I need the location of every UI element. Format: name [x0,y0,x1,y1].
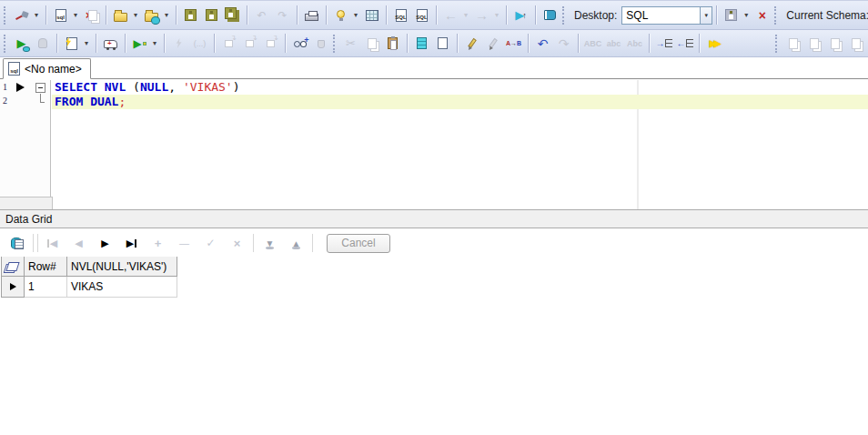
macro-dots-icon[interactable]: (...) [190,34,209,54]
stop-debug-icon[interactable] [311,34,330,54]
script-dropdown-arrow[interactable]: ▾ [82,34,91,54]
code-line-1[interactable]: SELECT NVL (NULL, 'VIKAS') [52,80,868,95]
indent-icon[interactable]: → [654,34,673,54]
cancel-button[interactable]: Cancel [327,234,390,253]
copy-save-icon-2[interactable] [804,34,823,54]
fetch-all-icon[interactable]: ▲ [283,233,309,253]
cell-nvl-value[interactable]: VIKAS [67,277,177,298]
lamp-dropdown-arrow[interactable]: ▾ [351,5,360,25]
delete-record-icon[interactable]: — [171,233,197,253]
row-indicator-cell[interactable] [1,277,25,298]
back-dropdown-arrow[interactable]: ▾ [461,5,470,25]
clear-window-icon[interactable] [433,34,452,54]
double-chevron-icon[interactable]: ▶▶ [704,34,723,54]
toolbar-grip[interactable] [774,6,778,25]
column-header-rownum[interactable]: Row# [25,257,67,277]
combo-dropdown-button[interactable]: ▾ [700,7,712,24]
new-sql-window-icon[interactable]: sql [51,5,70,25]
lowercase-icon[interactable]: abc [604,34,623,54]
forward-icon[interactable]: → [472,5,491,25]
unhighlight-icon[interactable] [483,34,502,54]
explain-dropdown-arrow[interactable]: ▾ [150,34,159,54]
paste-icon[interactable] [383,34,402,54]
next-record-icon[interactable]: ▶ [92,233,118,253]
print-icon[interactable] [302,5,321,25]
cut-icon[interactable]: ✂ [341,34,360,54]
gutter-row-1[interactable]: 1 [0,80,51,95]
execute-icon[interactable]: ▶ [12,34,31,54]
save-icon[interactable] [181,5,200,25]
copy-save-icon-3[interactable] [825,34,844,54]
save-as-icon[interactable] [202,5,221,25]
tab-no-name[interactable]: sql <No name> [3,58,91,79]
toolbar-grip[interactable] [4,35,7,53]
delete-desktop-icon[interactable]: × [752,5,772,25]
preferences-lamp-icon[interactable] [331,5,350,25]
result-set-icon[interactable] [4,233,30,253]
copy-icon[interactable] [362,34,381,54]
connect-icon[interactable] [12,5,31,25]
code-token: , [168,80,183,94]
sql-page-icon: sql [56,9,66,22]
save-desktop-dropdown-arrow[interactable]: ▾ [742,5,751,25]
sql-to-editor-icon[interactable]: SQL [391,5,410,25]
copy-save-icon-1[interactable] [783,34,802,54]
help-book-icon[interactable] [540,5,560,25]
cancel-edit-icon[interactable]: × [224,233,250,253]
prior-record-icon[interactable]: ◀ [66,233,92,253]
execute-script-icon[interactable] [62,34,81,54]
step-into-icon[interactable] [219,34,238,54]
insert-record-icon[interactable]: + [145,233,171,253]
break-hand-icon[interactable] [33,34,52,54]
grid-corner-cell[interactable] [1,257,25,277]
last-record-icon[interactable]: ▶ [118,233,145,253]
step-out-icon[interactable] [261,34,280,54]
open-database-object-icon[interactable] [142,5,161,25]
unindent-icon[interactable]: ← [675,34,694,54]
uppercase-icon[interactable]: ABC [583,34,602,54]
save-desktop-icon[interactable] [722,5,741,25]
toolbar-grip[interactable] [562,6,566,25]
undo-icon[interactable]: ↶ [533,34,552,54]
new-window-dropdown-arrow[interactable]: ▾ [71,5,80,25]
forward-dropdown-arrow[interactable]: ▾ [492,5,501,25]
editor-to-sql-icon[interactable]: SQL [412,5,431,25]
data-grid-titlebar[interactable]: Data Grid [0,209,868,228]
replace-icon[interactable]: A→B [504,34,523,54]
compile-icon[interactable] [169,34,188,54]
post-record-icon[interactable]: ✓ [197,233,224,253]
editor-gutter[interactable]: 1 2 [0,80,51,209]
capitalize-icon[interactable]: Abc [625,34,644,54]
toolbar-grip[interactable] [333,35,337,53]
desktop-combobox[interactable]: SQL ▾ [621,6,712,25]
toolbar-grip[interactable] [4,6,7,25]
close-window-icon[interactable]: × [82,5,101,25]
redo-icon[interactable]: ↷ [554,34,573,54]
cell-rownum[interactable]: 1 [25,277,67,298]
run-step-icon[interactable]: ▶↑ [511,5,530,25]
first-record-icon[interactable]: ◀ [39,233,66,253]
column-header-nvl[interactable]: NVL(NULL,'VIKAS') [67,257,177,277]
open-file-icon[interactable] [111,5,130,25]
add-watch-icon[interactable] [290,34,309,54]
explain-plan-icon[interactable]: ▶ [130,34,149,54]
highlight-icon[interactable] [462,34,481,54]
code-area[interactable]: SELECT NVL (NULL, 'VIKAS') FROM DUAL; [52,80,868,209]
open-db-dropdown-arrow[interactable]: ▾ [162,5,171,25]
revert-all-icon[interactable]: ↷ [273,5,292,25]
revert-icon[interactable]: ↶ [252,5,271,25]
select-all-icon[interactable] [412,34,431,54]
code-line-2-current[interactable]: FROM DUAL; [52,95,868,109]
table-grid-icon[interactable] [362,5,381,25]
step-over-icon[interactable] [240,34,259,54]
sql-editor[interactable]: SELECT NVL (NULL, 'VIKAS') FROM DUAL; 1 … [0,80,868,209]
ambulance-icon[interactable] [101,34,120,54]
code-fold-toggle[interactable] [35,83,45,93]
back-icon[interactable]: ← [441,5,460,25]
save-all-icon[interactable] [223,5,242,25]
copy-save-icon-4[interactable] [846,34,865,54]
open-dropdown-arrow[interactable]: ▾ [131,5,140,25]
fetch-next-page-icon[interactable]: ▼ [257,233,283,253]
connect-dropdown-arrow[interactable]: ▾ [32,5,41,25]
toolbar-grip[interactable] [775,35,779,53]
